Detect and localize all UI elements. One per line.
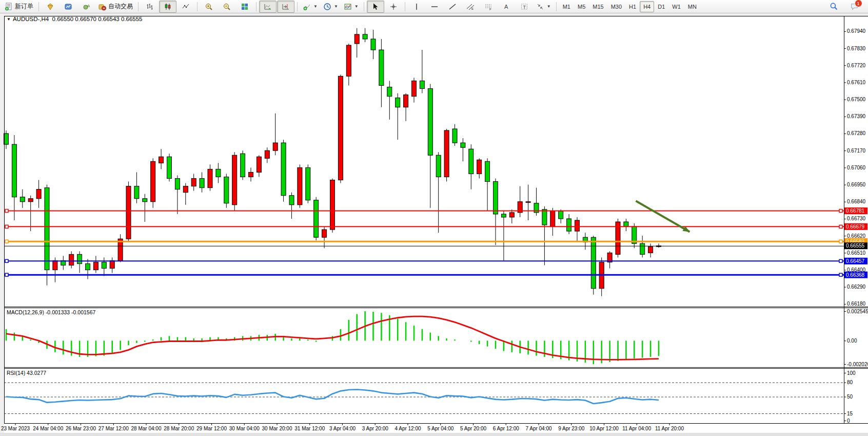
svg-text:0.66368: 0.66368 (846, 272, 865, 278)
rsi-indicator-label: RSI(14) 43.0277 (7, 370, 46, 376)
svg-text:0.67280: 0.67280 (847, 130, 866, 136)
svg-text:0.66730: 0.66730 (847, 216, 866, 221)
chart-canvas[interactable]: 0.667810.666790.665830.664570.663680.665… (0, 0, 868, 436)
svg-text:0.66180: 0.66180 (847, 301, 866, 307)
svg-text:30 Mar 20:00: 30 Mar 20:00 (262, 426, 292, 431)
chevron-down-icon[interactable]: ▼ (7, 17, 11, 22)
svg-text:5 Apr 04:00: 5 Apr 04:00 (427, 426, 454, 431)
chart-title: ▼AUDUSD-,H4 0.66550 0.66570 0.66543 0.66… (7, 16, 142, 22)
svg-text:0.67500: 0.67500 (847, 97, 866, 102)
svg-text:27 Mar 12:00: 27 Mar 12:00 (98, 426, 129, 431)
svg-text:15: 15 (847, 411, 853, 416)
svg-text:0.66290: 0.66290 (847, 284, 866, 290)
svg-text:0.67390: 0.67390 (847, 113, 866, 119)
svg-text:50: 50 (847, 394, 853, 400)
svg-text:6 Apr 12:00: 6 Apr 12:00 (493, 426, 520, 431)
svg-text:26 Mar 23:00: 26 Mar 23:00 (66, 426, 96, 431)
svg-text:24 Mar 04:00: 24 Mar 04:00 (33, 426, 63, 431)
rsi-value: 43.0277 (27, 370, 46, 376)
svg-text:30 Mar 04:00: 30 Mar 04:00 (229, 426, 260, 431)
svg-text:11 Apr 20:00: 11 Apr 20:00 (655, 426, 684, 431)
svg-text:0.66457: 0.66457 (846, 258, 865, 264)
svg-text:31 Mar 12:00: 31 Mar 12:00 (294, 426, 325, 431)
svg-text:0.67060: 0.67060 (847, 165, 866, 170)
svg-text:0.66840: 0.66840 (847, 199, 866, 204)
macd-name: MACD(12,26,9) (7, 309, 44, 315)
svg-text:0.00: 0.00 (847, 338, 857, 344)
macd-values: -0.001333 -0.001567 (46, 309, 96, 315)
svg-text:3 Apr 04:00: 3 Apr 04:00 (329, 426, 356, 431)
svg-text:28 Mar 20:00: 28 Mar 20:00 (164, 426, 194, 431)
rsi-name: RSI(14) (7, 370, 25, 376)
svg-text:0.66555: 0.66555 (846, 243, 865, 249)
svg-text:0.66679: 0.66679 (846, 224, 865, 230)
svg-text:11 Apr 04:00: 11 Apr 04:00 (622, 426, 651, 431)
svg-text:0.66950: 0.66950 (847, 182, 866, 187)
svg-text:0.67830: 0.67830 (847, 46, 866, 51)
svg-text:4 Apr 12:00: 4 Apr 12:00 (394, 426, 421, 431)
svg-text:0.67170: 0.67170 (847, 148, 866, 154)
svg-text:0.67940: 0.67940 (847, 28, 866, 34)
svg-text:100: 100 (847, 370, 856, 376)
svg-text:10 Apr 12:00: 10 Apr 12:00 (589, 426, 619, 431)
svg-text:29 Mar 12:00: 29 Mar 12:00 (196, 426, 227, 431)
svg-text:0: 0 (847, 418, 850, 424)
svg-text:0.66510: 0.66510 (847, 250, 866, 256)
svg-text:0.67720: 0.67720 (847, 63, 866, 68)
symbol-label: AUDUSD-,H4 (13, 16, 49, 22)
svg-text:5 Apr 20:00: 5 Apr 20:00 (460, 426, 487, 431)
svg-text:23 Mar 2023: 23 Mar 2023 (1, 426, 30, 431)
macd-indicator-label: MACD(12,26,9) -0.001333 -0.001567 (7, 309, 95, 315)
svg-text:0.66781: 0.66781 (846, 208, 865, 214)
svg-text:80: 80 (847, 380, 853, 385)
svg-text:0.66620: 0.66620 (847, 233, 866, 239)
svg-text:0.67610: 0.67610 (847, 80, 866, 85)
svg-text:7 Apr 04:00: 7 Apr 04:00 (525, 426, 552, 431)
svg-text:0.002545: 0.002545 (847, 309, 868, 314)
svg-text:9 Apr 23:00: 9 Apr 23:00 (558, 426, 585, 431)
title-ohlc: 0.66550 0.66570 0.66543 0.66555 (52, 16, 143, 22)
mt4-terminal: 新订单 自动交易 (0, 0, 868, 436)
svg-text:-0.002026: -0.002026 (847, 362, 868, 367)
svg-text:3 Apr 20:00: 3 Apr 20:00 (362, 426, 389, 431)
svg-text:0.66400: 0.66400 (847, 267, 866, 273)
svg-text:28 Mar 04:00: 28 Mar 04:00 (131, 426, 162, 431)
